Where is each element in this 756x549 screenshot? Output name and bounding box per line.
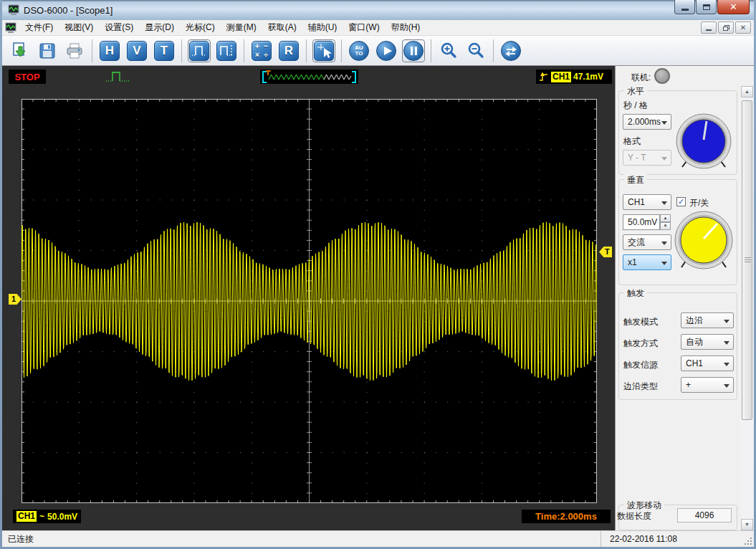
step-down-icon: ▼ — [660, 222, 671, 230]
trigger-setup-button[interactable]: T — [153, 39, 176, 62]
probe-select[interactable]: x1 — [623, 254, 671, 270]
close-button[interactable]: ✕ — [717, 0, 750, 14]
menu-measure[interactable]: 测量(M) — [221, 19, 262, 36]
maximize-icon — [703, 4, 710, 10]
link-status-indicator — [654, 68, 670, 84]
scope-display-area: STOP CH — [2, 66, 615, 530]
title-bar: DSO-6000 - [Scope1] ✕ — [2, 0, 754, 20]
refresh-button[interactable] — [499, 39, 522, 62]
menu-setup[interactable]: 设置(S) — [99, 19, 139, 36]
control-panel: 联机: 水平 秒 / 格 2.000ms 格式 Y - T — [615, 66, 754, 530]
menu-help[interactable]: 帮助(H) — [386, 19, 426, 36]
run-button[interactable] — [375, 39, 398, 62]
pulse-measure-button[interactable] — [215, 39, 238, 62]
mdi-restore-button[interactable] — [718, 22, 734, 34]
channel-on-off-checkbox[interactable]: ✓ — [676, 197, 686, 206]
play-icon — [376, 41, 396, 61]
waveform-plot — [21, 99, 597, 503]
menu-window[interactable]: 窗口(W) — [343, 19, 385, 36]
resize-grip[interactable] — [744, 537, 752, 545]
print-icon — [64, 41, 85, 61]
trigger-sweep-label: 触发方式 — [623, 338, 658, 350]
scroll-up-button[interactable]: ▲ — [741, 86, 753, 97]
horizontal-setup-button[interactable]: H — [98, 39, 121, 62]
data-length-field[interactable]: 4096 — [677, 508, 732, 522]
trigger-source-select[interactable]: CH1 — [681, 355, 734, 371]
open-button[interactable] — [9, 39, 32, 62]
status-bar: 已连接 22-02-2016 11:08 — [2, 530, 754, 547]
pulse-wave-icon — [189, 41, 209, 61]
scroll-thumb[interactable] — [742, 100, 752, 420]
channel1-position-marker[interactable]: 1 — [9, 294, 21, 305]
zoom-in-icon — [439, 41, 459, 61]
trigger-level-value: 47.1mV — [573, 72, 603, 82]
scroll-down-button[interactable]: ▼ — [741, 519, 753, 530]
autoset-button[interactable]: AUTO — [348, 39, 370, 62]
menu-utility[interactable]: 辅助(U) — [302, 19, 343, 36]
step-up-icon: ▲ — [660, 214, 671, 222]
edge-type-select[interactable]: + — [681, 377, 734, 393]
on-off-label: 开/关 — [689, 197, 709, 209]
toolbar-separator — [92, 39, 92, 62]
pause-icon — [403, 41, 424, 61]
vertical-setup-button[interactable]: V — [125, 39, 148, 62]
main-content: STOP CH — [2, 66, 754, 530]
volts-per-div-field[interactable]: 50.0mV — [623, 214, 660, 230]
coupling-select[interactable]: 交流 — [623, 234, 671, 250]
mdi-minimize-button[interactable] — [701, 22, 717, 34]
reference-button[interactable]: R — [277, 39, 300, 62]
trigger-mode-label: 触发模式 — [623, 316, 658, 328]
save-icon — [37, 41, 57, 61]
trigger-mode-select[interactable]: 边沿 — [681, 312, 734, 328]
sec-per-div-label: 秒 / 格 — [623, 100, 648, 112]
menu-bar: 文件(F) 视图(V) 设置(S) 显示(D) 光标(C) 测量(M) 获取(A… — [2, 20, 754, 36]
print-button[interactable] — [63, 39, 86, 62]
trigger-group-title: 触发 — [624, 287, 647, 300]
r-letter-icon: R — [279, 41, 299, 61]
channel-select[interactable]: CH1 — [623, 194, 671, 210]
menu-acquire[interactable]: 获取(A) — [262, 19, 302, 36]
autoset-icon: AUTO — [349, 41, 369, 61]
horizontal-knob[interactable] — [674, 113, 734, 173]
waveform-preview — [260, 70, 358, 84]
panel-scrollbar[interactable]: ▲ ▼ — [741, 86, 753, 530]
toolbar-separator — [431, 39, 431, 62]
maximize-button[interactable] — [696, 0, 717, 14]
save-button[interactable] — [36, 39, 59, 62]
trigger-pulse-indicator-icon — [105, 69, 130, 85]
scroll-grip-icon — [745, 257, 751, 263]
cursor-tool-button[interactable] — [312, 39, 335, 62]
math-icon: +− ×÷ — [252, 41, 272, 61]
pulse-wave-button[interactable] — [188, 39, 211, 62]
coupling-symbol: ~ — [39, 512, 44, 522]
menu-display[interactable]: 显示(D) — [139, 19, 180, 36]
trigger-sweep-select[interactable]: 自动 — [681, 334, 734, 350]
volts-per-div-stepper[interactable]: ▲▼ — [660, 214, 671, 230]
vertical-knob[interactable] — [672, 210, 735, 273]
h-letter-icon: H — [100, 41, 120, 61]
waveform-preview-icon — [260, 70, 358, 84]
vertical-group: 垂直 CH1 ✓ 开/关 50.0mV ▲▼ 交流 x1 — [618, 179, 737, 285]
v-letter-icon: V — [127, 41, 147, 61]
minimize-button[interactable] — [674, 0, 695, 14]
channel1-readout: CH1 ~ 50.0mV — [13, 510, 81, 523]
zoom-out-button[interactable] — [464, 39, 487, 62]
mdi-minimize-icon — [706, 29, 712, 31]
trigger-readout: CH1 47.1mV — [536, 70, 612, 84]
sec-per-div-select[interactable]: 2.000ms — [623, 114, 671, 130]
pause-button[interactable] — [402, 39, 425, 62]
link-status-label: 联机: — [631, 72, 651, 84]
toolbar-separator — [244, 39, 244, 62]
trigger-level-marker[interactable]: T — [599, 247, 612, 257]
menu-file[interactable]: 文件(F) — [19, 19, 59, 36]
format-label: 格式 — [623, 135, 641, 148]
toolbar-separator — [181, 39, 182, 62]
toolbar-separator — [341, 39, 342, 62]
menu-view[interactable]: 视图(V) — [59, 19, 99, 36]
main-toolbar: H V T +− — [2, 36, 754, 66]
menu-cursor[interactable]: 光标(C) — [180, 19, 221, 36]
mdi-close-button[interactable]: ✕ — [735, 22, 751, 34]
math-button[interactable]: +− ×÷ — [250, 39, 273, 62]
zoom-in-button[interactable] — [437, 39, 460, 62]
cursor-tool-icon — [314, 41, 334, 61]
